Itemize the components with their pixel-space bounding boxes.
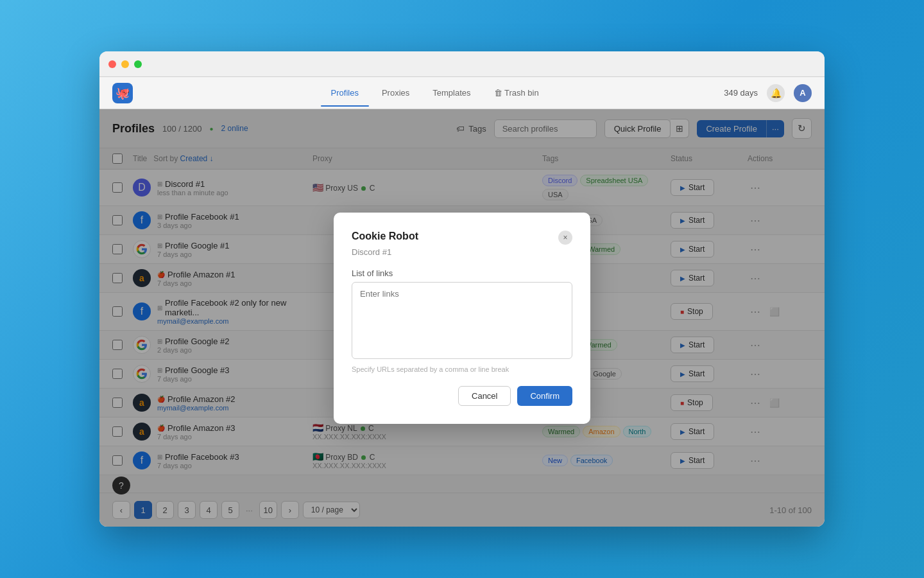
navbar: 🐙 Profiles Proxies Templates 🗑 Trash bin… (99, 77, 825, 109)
nav-right: 349 days 🔔 A (724, 84, 812, 102)
days-remaining: 349 days (724, 88, 758, 98)
notifications-btn[interactable]: 🔔 (767, 84, 785, 102)
tab-proxies[interactable]: Proxies (372, 84, 420, 101)
minimize-btn[interactable] (121, 60, 129, 68)
nav-tabs: Profiles Proxies Templates 🗑 Trash bin (146, 84, 724, 101)
confirm-button[interactable]: Confirm (517, 386, 572, 406)
close-btn[interactable] (108, 60, 116, 68)
modal-footer: Cancel Confirm (352, 386, 572, 406)
tab-trash[interactable]: 🗑 Trash bin (484, 84, 549, 101)
app-logo: 🐙 (112, 83, 133, 103)
modal-subtitle: Discord #1 (352, 247, 572, 257)
content-area: Profiles 100 / 1200 ● 2 online 🏷 Tags Qu… (99, 109, 825, 527)
modal-overlay: Cookie Robot × Discord #1 List of links … (99, 109, 825, 527)
maximize-btn[interactable] (134, 60, 142, 68)
cancel-button[interactable]: Cancel (458, 386, 511, 406)
modal-close-button[interactable]: × (558, 231, 572, 245)
links-label: List of links (352, 268, 572, 278)
tab-templates[interactable]: Templates (422, 84, 481, 101)
app-window: 🐙 Profiles Proxies Templates 🗑 Trash bin… (99, 51, 825, 527)
cookie-robot-modal: Cookie Robot × Discord #1 List of links … (334, 213, 590, 424)
avatar[interactable]: A (794, 84, 812, 102)
links-textarea[interactable] (352, 282, 572, 359)
modal-hint: Specify URLs separated by a comma or lin… (352, 365, 572, 373)
modal-header: Cookie Robot × (352, 231, 572, 245)
modal-title: Cookie Robot (352, 231, 418, 242)
tab-profiles[interactable]: Profiles (321, 84, 369, 101)
trash-icon: 🗑 (494, 88, 502, 98)
titlebar (99, 51, 825, 77)
